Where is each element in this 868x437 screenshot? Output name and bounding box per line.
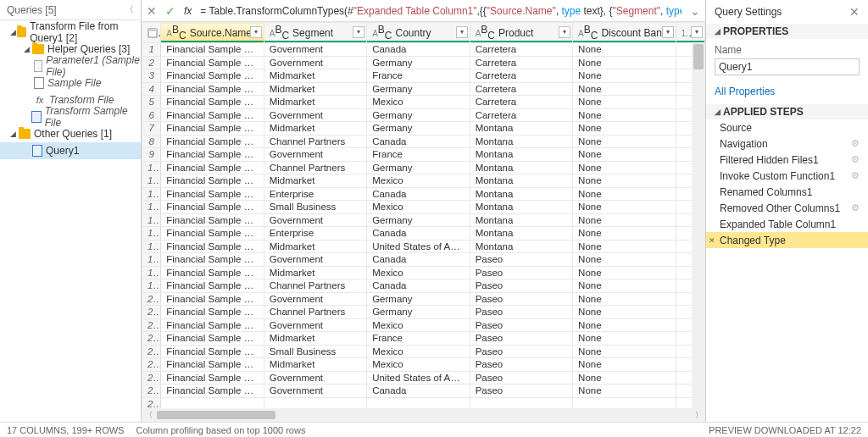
cell[interactable]: Financial Sample 1.xlsx [161, 174, 264, 188]
cell[interactable]: Paseo [470, 384, 572, 398]
cell[interactable]: Mexico [367, 96, 470, 109]
row-number[interactable]: 23 [142, 332, 161, 346]
column-filter-icon[interactable]: ▾ [250, 26, 262, 38]
cell[interactable]: Germany [367, 122, 470, 136]
column-filter-icon[interactable]: ▾ [662, 26, 674, 38]
cell[interactable]: Carretera [470, 69, 572, 83]
column-filter-icon[interactable]: ▾ [456, 26, 468, 38]
cell[interactable]: Financial Sample 1.xlsx [161, 253, 264, 267]
row-number[interactable]: 14 [142, 213, 161, 227]
cell[interactable]: Mexico [367, 318, 470, 332]
row-number[interactable]: 2 [142, 56, 161, 69]
step-settings-icon[interactable]: ⚙ [851, 170, 860, 181]
table-row[interactable]: 16Financial Sample 1.xlsxMidmarketUnited… [142, 240, 705, 253]
row-number[interactable]: 6 [142, 108, 161, 122]
row-number[interactable]: 15 [142, 227, 161, 241]
row-number[interactable]: 21 [142, 306, 161, 319]
cell[interactable]: Germany [367, 108, 470, 122]
cell[interactable]: Mexico [367, 174, 470, 188]
cell[interactable]: Montana [470, 213, 572, 227]
table-row[interactable]: 20Financial Sample 1.xlsxGovernmentGerma… [142, 292, 705, 306]
cell[interactable]: Carretera [470, 82, 572, 96]
cell[interactable]: Paseo [470, 358, 572, 372]
applied-step-changed-type[interactable]: Changed Type [706, 232, 868, 248]
cell[interactable]: None [573, 96, 676, 109]
cell[interactable]: Government [264, 56, 366, 69]
column-header-un[interactable]: 1.2Un▾ [676, 23, 704, 43]
cell[interactable]: Financial Sample 1.xlsx [161, 292, 264, 306]
cell[interactable]: Government [264, 213, 366, 227]
applied-step-source[interactable]: Source [706, 119, 868, 136]
cell[interactable]: Financial Sample 1.xlsx [161, 161, 264, 174]
row-number[interactable]: 19 [142, 279, 161, 293]
applied-step-filtered-hidden-files1[interactable]: Filtered Hidden Files1⚙ [706, 152, 868, 168]
cell[interactable]: Channel Partners [264, 306, 366, 319]
collapse-queries-icon[interactable]: 〈 [125, 3, 134, 16]
cell[interactable]: Germany [367, 306, 470, 319]
cell[interactable]: Financial Sample 1.xlsx [161, 318, 264, 332]
cell[interactable]: None [573, 82, 676, 96]
query-parameter1[interactable]: Parameter1 (Sample File) [0, 58, 141, 75]
cell[interactable]: Montana [470, 148, 572, 162]
cell[interactable]: Financial Sample 1.xlsx [161, 345, 264, 358]
cell[interactable]: Government [264, 148, 366, 162]
scrollbar-thumb[interactable] [157, 411, 275, 419]
cell[interactable]: Midmarket [264, 174, 366, 188]
scrollbar-thumb[interactable] [693, 44, 704, 69]
column-filter-icon[interactable]: ▾ [691, 26, 703, 38]
cell[interactable]: Montana [470, 135, 572, 148]
step-settings-icon[interactable]: ⚙ [851, 138, 860, 149]
cell[interactable]: None [573, 384, 676, 398]
properties-section-header[interactable]: ◢PROPERTIES [706, 24, 868, 39]
folder-transform-file[interactable]: ◢Transform File from Query1 [2] [0, 24, 141, 41]
cell[interactable]: None [573, 253, 676, 267]
table-row[interactable]: 3Financial Sample 1.xlsxMidmarketFranceC… [142, 69, 705, 83]
table-row[interactable]: 13Financial Sample 1.xlsxSmall BusinessM… [142, 201, 705, 214]
cell[interactable]: None [573, 345, 676, 358]
cell[interactable]: None [573, 148, 676, 162]
cell[interactable]: Financial Sample 1.xlsx [161, 213, 264, 227]
cell[interactable]: United States of America [367, 240, 470, 253]
cell[interactable]: Paseo [470, 345, 572, 358]
applied-step-expanded-table-column1[interactable]: Expanded Table Column1 [706, 216, 868, 232]
cell[interactable]: None [573, 227, 676, 241]
cell[interactable]: Financial Sample 1.xlsx [161, 358, 264, 372]
table-row[interactable]: 23Financial Sample 1.xlsxMidmarketFrance… [142, 332, 705, 346]
cell[interactable]: Financial Sample 1.xlsx [161, 227, 264, 241]
query-query1[interactable]: Query1 [0, 142, 141, 159]
cell[interactable]: Midmarket [264, 240, 366, 253]
cell[interactable]: Midmarket [264, 266, 366, 279]
table-row[interactable]: 8Financial Sample 1.xlsxChannel Partners… [142, 135, 705, 148]
vertical-scrollbar[interactable]: ⌄ [692, 42, 705, 422]
cell[interactable]: Government [264, 384, 366, 398]
row-number[interactable]: 20 [142, 292, 161, 306]
cell[interactable]: None [573, 187, 676, 201]
cell[interactable]: Montana [470, 201, 572, 214]
cell[interactable]: Financial Sample 1.xlsx [161, 279, 264, 293]
column-header-segment[interactable]: ABCSegment▾ [264, 23, 366, 43]
table-row[interactable]: 24Financial Sample 1.xlsxSmall BusinessM… [142, 345, 705, 358]
cell[interactable]: Financial Sample 1.xlsx [161, 266, 264, 279]
cell[interactable]: Midmarket [264, 69, 366, 83]
cell[interactable]: Financial Sample 1.xlsx [161, 82, 264, 96]
cell[interactable]: Small Business [264, 201, 366, 214]
table-row[interactable]: 15Financial Sample 1.xlsxEnterpriseCanad… [142, 227, 705, 241]
cell[interactable]: Montana [470, 161, 572, 174]
cell[interactable]: Financial Sample 1.xlsx [161, 306, 264, 319]
cell[interactable]: Germany [367, 56, 470, 69]
all-properties-link[interactable]: All Properties [706, 82, 868, 104]
cell[interactable]: Channel Partners [264, 161, 366, 174]
row-number[interactable]: 7 [142, 122, 161, 136]
cell[interactable]: Paseo [470, 371, 572, 384]
cell[interactable]: Carretera [470, 108, 572, 122]
cell[interactable]: Carretera [470, 56, 572, 69]
cell[interactable]: France [367, 148, 470, 162]
table-row[interactable]: 19Financial Sample 1.xlsxChannel Partner… [142, 279, 705, 293]
query-transform-sample-file[interactable]: Transform Sample File [0, 108, 141, 125]
table-row[interactable]: 26Financial Sample 1.xlsxGovernmentUnite… [142, 371, 705, 384]
cell[interactable]: Canada [367, 187, 470, 201]
applied-step-navigation[interactable]: Navigation⚙ [706, 136, 868, 152]
table-row[interactable]: 27Financial Sample 1.xlsxGovernmentCanad… [142, 384, 705, 398]
cell[interactable]: Government [264, 253, 366, 267]
close-settings-icon[interactable]: ✕ [849, 5, 860, 19]
